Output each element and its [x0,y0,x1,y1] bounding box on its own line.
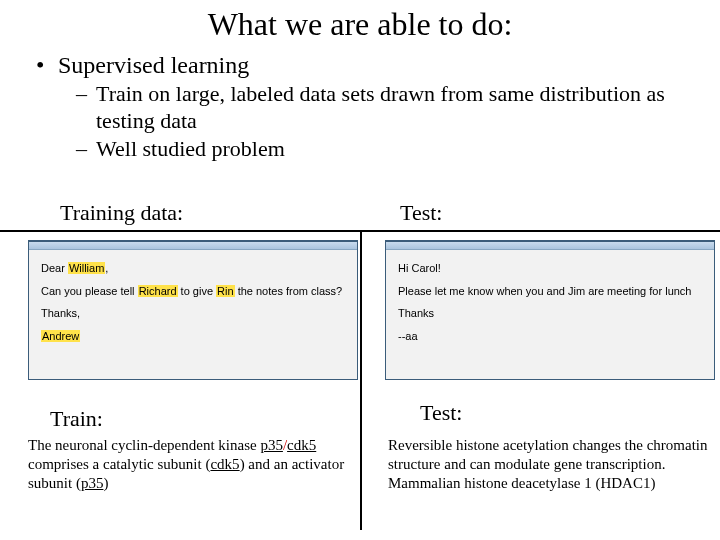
abstract-text: ) [103,475,108,491]
email-window-left: Dear William, Can you please tell Richar… [28,240,358,380]
email-signature: --aa [398,328,702,345]
slide: What we are able to do: Supervised learn… [0,6,720,540]
underline-term: cdk5 [210,456,239,472]
label-test-2: Test: [420,400,462,426]
email-titlebar [386,242,714,250]
bullet-list: Supervised learning Train on large, labe… [36,51,720,162]
subbullet-well-studied: Well studied problem [76,135,720,163]
label-test: Test: [400,200,720,226]
underline-term: p35 [260,437,283,453]
email-window-right: Hi Carol! Please let me know when you an… [385,240,715,380]
email-text: , [105,262,108,274]
slide-title: What we are able to do: [0,6,720,43]
highlight-name: Andrew [41,330,80,342]
email-line: Can you please tell Richard to give Rin … [41,283,345,300]
bullet-supervised: Supervised learning [36,51,720,80]
email-text: the notes from class? [235,285,343,297]
email-greeting: Dear William, [41,260,345,277]
email-body-left: Dear William, Can you please tell Richar… [29,250,357,358]
email-thanks: Thanks, [41,305,345,322]
email-text: to give [178,285,217,297]
highlight-name: Rin [216,285,235,297]
subbullet-train-on-large: Train on large, labeled data sets drawn … [76,80,720,135]
email-signature: Andrew [41,328,345,345]
abstract-right: Reversible histone acetylation changes t… [388,436,708,492]
email-titlebar [29,242,357,250]
highlight-name: William [68,262,105,274]
abstract-left: The neuronal cyclin-dependent kinase p35… [28,436,348,492]
email-greeting: Hi Carol! [398,260,702,277]
label-training-data: Training data: [60,200,360,226]
two-column-region: Training data: Test: Dear William, Can y… [0,196,720,540]
email-line: Please let me know when you and Jim are … [398,283,702,300]
email-text: Can you please tell [41,285,138,297]
email-text: Dear [41,262,68,274]
abstract-text: comprises a catalytic subunit ( [28,456,210,472]
label-train: Train: [50,406,103,432]
email-thanks: Thanks [398,305,702,322]
underline-term: p35 [81,475,104,491]
underline-term: cdk5 [287,437,316,453]
email-body-right: Hi Carol! Please let me know when you an… [386,250,714,358]
highlight-name: Richard [138,285,178,297]
abstract-text: The neuronal cyclin-dependent kinase [28,437,260,453]
